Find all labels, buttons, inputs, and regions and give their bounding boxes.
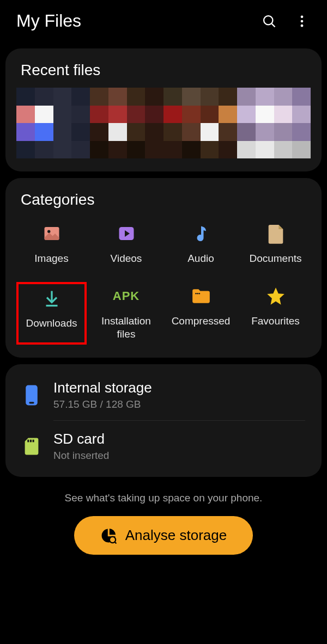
internal-storage-text: Internal storage 57.15 GB / 128 GB: [53, 379, 305, 410]
sd-card-icon: [22, 434, 41, 458]
recent-files-card[interactable]: Recent files: [5, 48, 322, 171]
phone-icon: [22, 383, 41, 407]
category-label: Favourites: [251, 315, 300, 328]
page-title: My Files: [16, 11, 81, 31]
thumbnail[interactable]: [16, 88, 90, 158]
sd-card-row[interactable]: SD card Not inserted: [16, 421, 311, 471]
category-label: Images: [34, 252, 68, 266]
category-favourites[interactable]: Favourites: [240, 282, 311, 345]
footer: See what's taking up space on your phone…: [0, 492, 327, 555]
category-documents[interactable]: Documents: [240, 219, 311, 269]
categories-title: Categories: [16, 191, 311, 208]
star-icon: [265, 285, 287, 307]
category-label: Compressed: [172, 315, 231, 328]
header: My Files: [0, 0, 327, 42]
svg-rect-14: [29, 402, 34, 403]
category-compressed[interactable]: Compressed: [166, 282, 236, 345]
recent-files-title: Recent files: [16, 62, 311, 79]
more-vertical-icon: [294, 14, 310, 29]
analyse-button-label: Analyse storage: [125, 527, 227, 544]
svg-rect-15: [27, 439, 29, 442]
more-button[interactable]: [293, 13, 311, 30]
search-icon: [262, 14, 277, 29]
analyse-storage-button[interactable]: Analyse storage: [74, 516, 253, 555]
pie-chart-icon: [100, 528, 117, 544]
svg-point-0: [264, 16, 272, 24]
category-label: Videos: [111, 252, 142, 266]
document-icon: [265, 223, 287, 244]
category-images[interactable]: Images: [16, 219, 87, 269]
recent-thumbnails[interactable]: [16, 88, 311, 158]
sd-card-text: SD card Not inserted: [53, 431, 305, 462]
categories-card: Categories Images Videos: [5, 178, 322, 358]
svg-rect-16: [30, 439, 32, 442]
svg-line-1: [272, 23, 275, 27]
category-label: Documents: [249, 252, 301, 266]
category-installation-files[interactable]: APK Installation files: [91, 282, 161, 345]
svg-line-19: [114, 542, 116, 543]
category-videos[interactable]: Videos: [91, 219, 161, 269]
category-audio[interactable]: Audio: [166, 219, 236, 269]
svg-point-12: [198, 293, 200, 295]
internal-storage-row[interactable]: Internal storage 57.15 GB / 128 GB: [16, 370, 311, 420]
thumbnail[interactable]: [90, 88, 164, 158]
video-icon: [116, 223, 137, 244]
svg-rect-17: [33, 439, 34, 442]
svg-point-6: [47, 230, 50, 233]
svg-point-10: [195, 293, 197, 295]
storage-card: Internal storage 57.15 GB / 128 GB SD ca…: [5, 364, 322, 477]
image-icon: [41, 223, 63, 244]
category-downloads[interactable]: Downloads: [16, 282, 87, 345]
thumbnail[interactable]: [164, 88, 237, 158]
category-label: Installation files: [92, 315, 160, 341]
audio-icon: [190, 223, 212, 244]
download-icon: [41, 287, 63, 309]
footer-hint: See what's taking up space on your phone…: [0, 492, 327, 504]
svg-point-2: [301, 15, 304, 18]
sd-card-title: SD card: [53, 431, 305, 447]
category-label: Audio: [187, 252, 214, 266]
thumbnail[interactable]: [237, 88, 311, 158]
categories-grid: Images Videos Audio: [16, 219, 311, 345]
header-actions: [261, 13, 311, 30]
internal-storage-sub: 57.15 GB / 128 GB: [53, 398, 305, 410]
svg-point-11: [197, 293, 198, 295]
apk-icon: APK: [116, 285, 137, 307]
search-button[interactable]: [261, 13, 278, 30]
category-label: Downloads: [26, 317, 77, 330]
svg-point-3: [301, 20, 304, 22]
folder-icon: [190, 285, 212, 307]
internal-storage-title: Internal storage: [53, 379, 305, 396]
svg-point-4: [301, 24, 304, 27]
sd-card-sub: Not inserted: [53, 450, 305, 462]
